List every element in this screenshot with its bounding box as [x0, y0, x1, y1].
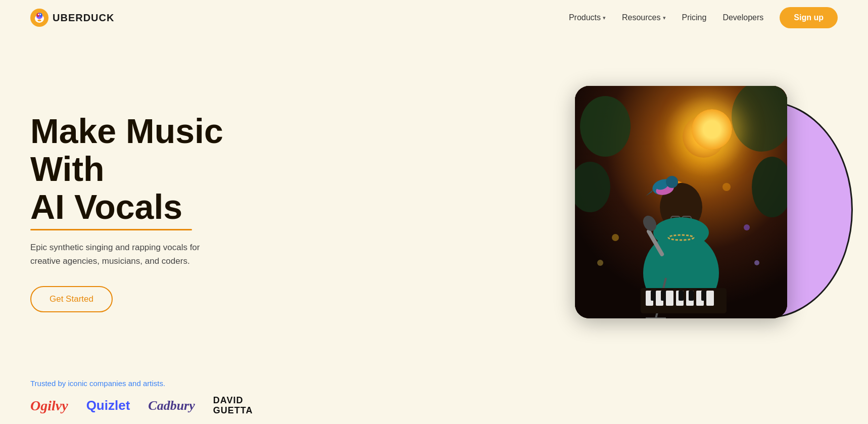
hero-title: Make Music With AI Vocals	[30, 112, 283, 230]
svg-rect-48	[689, 291, 694, 301]
navbar: UBERDUCK Products ▾ Resources ▾ Pricing …	[0, 0, 868, 35]
hero-image	[575, 86, 787, 318]
nav-products[interactable]: Products ▾	[569, 13, 606, 22]
svg-point-15	[722, 183, 731, 191]
svg-rect-47	[679, 291, 684, 301]
hero-image-card	[575, 86, 787, 318]
hero-section: Make Music With AI Vocals Epic synthetic…	[0, 35, 868, 379]
nav-links: Products ▾ Resources ▾ Pricing Developer…	[569, 7, 838, 28]
nav-developers[interactable]: Developers	[722, 13, 763, 22]
signup-button[interactable]: Sign up	[780, 7, 838, 28]
brand-davidguetta: DAVIDGUETTA	[213, 396, 253, 416]
svg-point-7	[37, 20, 41, 22]
brand-logos: Ogilvy Quizlet Cadbury DAVIDGUETTA	[30, 396, 838, 416]
svg-point-19	[597, 260, 603, 266]
svg-rect-49	[701, 291, 706, 301]
svg-point-16	[744, 224, 750, 230]
svg-point-5	[38, 14, 39, 15]
hero-image-area	[575, 86, 838, 339]
svg-rect-46	[661, 291, 666, 301]
logo[interactable]: UBERDUCK	[30, 9, 114, 27]
svg-point-25	[653, 217, 709, 248]
svg-point-6	[39, 14, 41, 15]
chevron-down-icon: ▾	[663, 15, 666, 21]
nav-pricing[interactable]: Pricing	[682, 13, 707, 22]
chevron-down-icon: ▾	[603, 15, 606, 21]
svg-point-9	[663, 96, 744, 177]
trusted-section: Trusted by iconic companies and artists.…	[0, 379, 868, 424]
logo-text: UBERDUCK	[53, 12, 114, 24]
hero-subtitle: Epic synthetic singing and rapping vocal…	[30, 241, 212, 268]
brand-quizlet: Quizlet	[86, 398, 130, 413]
svg-rect-40	[666, 291, 673, 306]
svg-point-17	[612, 234, 619, 241]
svg-point-34	[666, 176, 678, 188]
brand-ogilvy: Ogilvy	[30, 398, 68, 414]
trusted-text: Trusted by iconic companies and artists.	[30, 379, 838, 388]
svg-point-18	[754, 260, 759, 265]
svg-rect-45	[651, 291, 656, 301]
svg-point-10	[683, 115, 725, 158]
nav-resources[interactable]: Resources ▾	[622, 13, 665, 22]
get-started-button[interactable]: Get Started	[30, 286, 113, 312]
logo-icon	[30, 9, 49, 27]
hero-left: Make Music With AI Vocals Epic synthetic…	[30, 112, 283, 312]
svg-point-11	[580, 96, 631, 157]
brand-cadbury: Cadbury	[148, 398, 195, 413]
svg-rect-44	[706, 291, 714, 306]
